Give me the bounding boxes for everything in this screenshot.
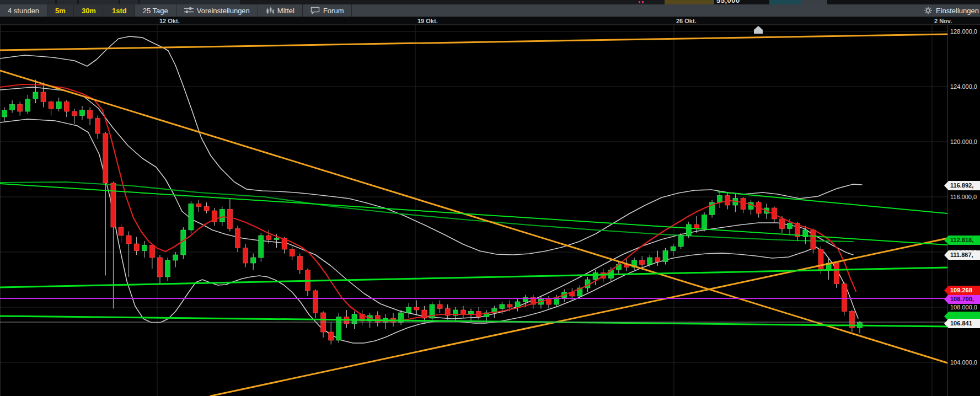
- green-level-mid: [0, 267, 947, 287]
- candle-bearish: [655, 258, 660, 262]
- candle-bearish: [640, 260, 645, 265]
- candle-bearish: [375, 315, 380, 323]
- candle-bearish: [243, 248, 248, 264]
- candle-bearish: [18, 105, 23, 112]
- candle-bullish: [788, 223, 792, 229]
- candle-bullish: [251, 258, 256, 263]
- axis-label: 108.000,0: [950, 303, 977, 311]
- orange-downtrend: [0, 71, 947, 363]
- candle-bullish: [165, 260, 170, 277]
- candle-bearish: [741, 199, 746, 210]
- candle-bearish: [329, 332, 334, 340]
- candle-bullish: [10, 105, 15, 110]
- candle-bearish: [460, 310, 465, 314]
- candle-bearish: [95, 119, 100, 134]
- candle-bullish: [406, 307, 411, 313]
- candle-bearish: [196, 204, 201, 207]
- price-axis[interactable]: 128.000,0124.000,0120.000,0116.000,0112.…: [947, 25, 980, 396]
- candle-bullish: [2, 110, 7, 117]
- candlestick-chart[interactable]: [0, 0, 980, 396]
- axis-label: 120.000,0: [950, 138, 977, 146]
- candle-bearish: [834, 263, 839, 284]
- green-trend-long: [0, 184, 947, 245]
- candle-bullish: [515, 302, 520, 307]
- candle-bearish: [126, 236, 131, 244]
- tag-last-price: 106.841: [944, 319, 980, 328]
- candle-bearish: [414, 307, 419, 310]
- candle-bullish: [663, 251, 668, 262]
- tag-green-ma: 112.818,: [944, 236, 980, 245]
- tag-red-ma: 109.268: [944, 286, 980, 295]
- tag-magenta-level: 108.700,: [944, 295, 980, 304]
- candle-bullish: [80, 110, 85, 116]
- candle-bullish: [686, 224, 691, 236]
- candle-bullish: [173, 255, 178, 260]
- candle-bearish: [290, 249, 294, 256]
- axis-label: 128.000,0: [950, 28, 977, 35]
- green-moving-average: [0, 182, 853, 242]
- candle-bearish: [158, 258, 163, 277]
- candle-bearish: [266, 236, 271, 240]
- trading-chart-app: 55,000 4 stunden5m30m1std25 TageVoreinst…: [0, 0, 980, 396]
- candle-bearish: [297, 256, 302, 270]
- candle-bearish: [694, 224, 699, 229]
- candle-bullish: [274, 238, 279, 240]
- candle-bearish: [811, 230, 816, 249]
- candle-bullish: [56, 102, 61, 109]
- candle-bearish: [64, 102, 69, 112]
- candle-bullish: [647, 258, 652, 265]
- axis-label: 104.000,0: [950, 358, 977, 366]
- candle-bearish: [204, 207, 209, 211]
- candle-bullish: [500, 304, 505, 309]
- candle-bearish: [235, 229, 240, 248]
- candle-bearish: [842, 284, 847, 312]
- candle-bearish: [149, 245, 154, 258]
- candle-bearish: [103, 133, 108, 183]
- candle-bullish: [219, 210, 224, 222]
- axis-label: 116.000,0: [950, 193, 977, 201]
- candle-bearish: [818, 249, 823, 270]
- candle-bullish: [671, 247, 676, 251]
- candle-bearish: [111, 183, 116, 227]
- candle-bearish: [134, 244, 139, 251]
- candle-bearish: [119, 227, 124, 236]
- bollinger-upper-band: [0, 36, 862, 255]
- candle-bearish: [313, 291, 318, 313]
- candle-bearish: [41, 92, 46, 102]
- candle-bullish: [189, 204, 194, 231]
- candle-bullish: [678, 236, 683, 247]
- candle-bearish: [88, 110, 93, 119]
- scroll-latest-marker[interactable]: [754, 26, 763, 34]
- candle-bearish: [49, 102, 53, 109]
- candle-bullish: [702, 215, 707, 229]
- tag-upper-band: 116.892,: [944, 181, 980, 190]
- candle-bullish: [469, 312, 474, 314]
- candle-bearish: [437, 304, 442, 309]
- candle-bearish: [72, 111, 77, 116]
- candle-bullish: [33, 92, 38, 99]
- tag-mid-band: 111.867,: [944, 250, 980, 260]
- axis-label: 124.000,0: [950, 83, 977, 90]
- candle-bullish: [25, 99, 30, 112]
- candle-bearish: [780, 219, 785, 229]
- candle-bullish: [593, 273, 598, 280]
- candle-bullish: [142, 245, 147, 251]
- candle-bullish: [259, 236, 264, 258]
- orange-top-resistance: [0, 34, 947, 50]
- candle-bearish: [227, 210, 232, 229]
- candle-bearish: [507, 304, 512, 307]
- candle-bullish: [717, 196, 722, 203]
